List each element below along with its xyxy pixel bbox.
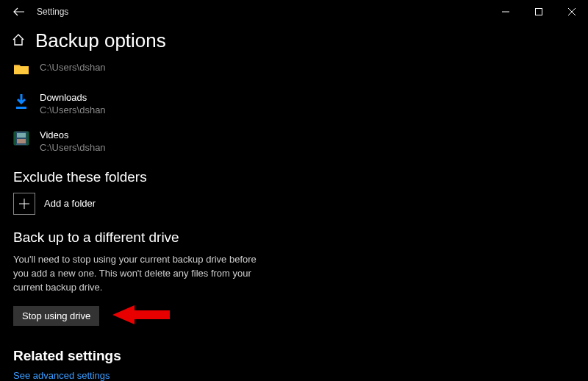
folder-item-userroot[interactable]: C:\Users\dshan — [13, 60, 575, 79]
annotation-arrow — [112, 304, 171, 329]
svg-marker-8 — [112, 305, 170, 324]
minimize-button[interactable] — [489, 0, 522, 24]
folder-name: Videos — [40, 129, 106, 141]
svg-rect-2 — [16, 107, 26, 109]
content-area: C:\Users\dshan Downloads C:\Users\dshan … — [0, 60, 588, 381]
add-folder-button[interactable]: Add a folder — [13, 193, 575, 215]
app-title: Settings — [37, 7, 68, 17]
titlebar: Settings — [0, 0, 588, 24]
videos-icon — [13, 131, 29, 147]
folder-text: Videos C:\Users\dshan — [40, 129, 106, 154]
close-icon — [568, 8, 576, 15]
page-title: Backup options — [35, 29, 166, 52]
back-button[interactable] — [9, 1, 29, 22]
folder-path: C:\Users\dshan — [40, 142, 106, 154]
svg-rect-1 — [535, 9, 542, 15]
see-advanced-link[interactable]: See advanced settings — [13, 370, 110, 381]
svg-rect-6 — [17, 133, 26, 138]
add-folder-label: Add a folder — [44, 198, 96, 209]
svg-rect-7 — [17, 139, 26, 143]
arrow-left-icon — [13, 7, 25, 16]
stop-drive-row: Stop using drive — [13, 304, 575, 329]
home-icon[interactable] — [12, 33, 25, 49]
minimize-icon — [502, 8, 509, 15]
download-icon — [13, 93, 29, 110]
folder-path: C:\Users\dshan — [40, 62, 106, 74]
folder-icon — [13, 63, 29, 79]
stop-using-drive-button[interactable]: Stop using drive — [13, 306, 99, 326]
svg-rect-4 — [14, 132, 16, 145]
folder-item-downloads[interactable]: Downloads C:\Users\dshan — [13, 90, 575, 116]
maximize-button[interactable] — [522, 0, 555, 24]
related-heading: Related settings — [13, 348, 575, 364]
folder-name: Downloads — [40, 92, 106, 104]
maximize-icon — [535, 8, 542, 15]
diffdrive-heading: Back up to a different drive — [13, 229, 575, 246]
svg-rect-5 — [26, 132, 29, 145]
plus-icon — [13, 193, 35, 215]
window-controls — [489, 0, 588, 24]
page-header: Backup options — [0, 24, 588, 60]
close-button[interactable] — [555, 0, 588, 24]
folder-item-videos[interactable]: Videos C:\Users\dshan — [13, 128, 575, 154]
folder-text: Downloads C:\Users\dshan — [40, 92, 106, 116]
exclude-heading: Exclude these folders — [13, 169, 575, 185]
folder-path: C:\Users\dshan — [40, 104, 106, 117]
folder-text: C:\Users\dshan — [40, 61, 106, 74]
diffdrive-description: You'll need to stop using your current b… — [13, 253, 263, 295]
